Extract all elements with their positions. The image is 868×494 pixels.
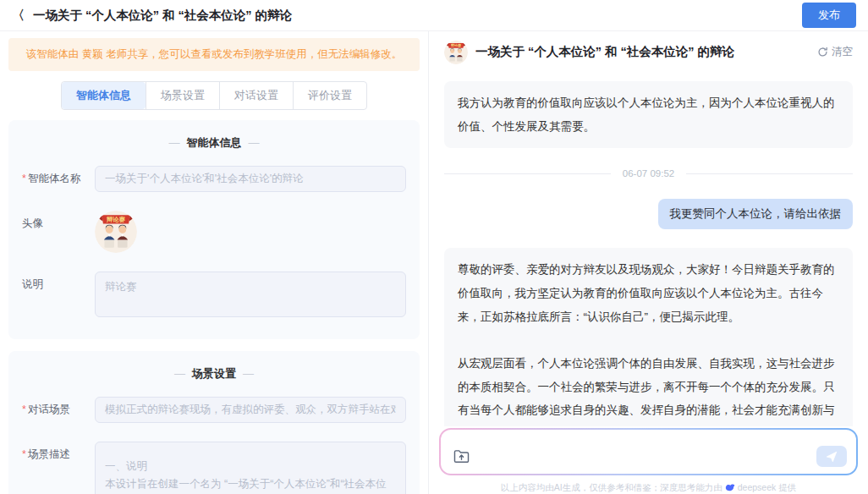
tab-evaluation-settings[interactable]: 评价设置 <box>293 82 366 109</box>
tab-agent-info[interactable]: 智能体信息 <box>62 82 146 109</box>
scene-description-label: *场景描述 <box>22 442 95 461</box>
agent-info-section: —智能体信息— *智能体名称 头像 说明 <box>8 120 420 339</box>
refresh-icon <box>817 47 828 58</box>
settings-tabs: 智能体信息 场景设置 对话设置 评价设置 <box>61 81 367 110</box>
user-message: 我更赞同个人本位论，请给出依据 <box>658 199 854 229</box>
scene-settings-section: —场景设置— *对话场景 *场景描述 一、说明 本设计旨在创建一个名为 “一场关… <box>8 351 420 494</box>
upload-file-icon[interactable] <box>453 449 470 467</box>
config-panel: 该智能体由 黄颖 老师共享，您可以查看或发布到教学班使用，但无法编辑修改。 智能… <box>0 31 429 494</box>
publish-button[interactable]: 发布 <box>802 3 856 28</box>
agent-info-section-title: —智能体信息— <box>22 135 406 151</box>
deepseek-logo-icon <box>725 483 735 493</box>
debate-avatar-icon <box>95 211 137 253</box>
chat-title: 一场关于 “个人本位论” 和 “社会本位论” 的辩论 <box>475 44 817 60</box>
tab-scene-settings[interactable]: 场景设置 <box>146 82 219 109</box>
assistant-message: 尊敬的评委、亲爱的对方辩友以及现场观众，大家好！今日辩题关乎教育的价值取向，我方… <box>444 248 853 426</box>
scene-settings-section-title: —场景设置— <box>22 366 406 381</box>
chat-message-list: 我方认为教育的价值取向应该以个人本位论为主，因为个人本位论重视人的价值、个性发展… <box>429 73 868 426</box>
chat-avatar <box>444 41 468 64</box>
clear-chat-button[interactable]: 清空 <box>817 45 853 59</box>
avatar-label: 头像 <box>22 211 95 230</box>
agent-name-label: *智能体名称 <box>22 166 95 185</box>
ai-disclaimer: 以上内容均由AI生成，仅供参考和借鉴；深度思考能力由 deepseek 提供 <box>439 482 858 494</box>
page-title: 一场关于 “个人本位论” 和 “社会本位论” 的辩论 <box>33 8 292 24</box>
assistant-message: 我方认为教育的价值取向应该以个人本位论为主，因为个人本位论重视人的价值、个性发展… <box>444 81 853 148</box>
shared-notice-banner: 该智能体由 黄颖 老师共享，您可以查看或发布到教学班使用，但无法编辑修改。 <box>8 38 420 71</box>
send-button[interactable] <box>816 446 847 467</box>
top-bar: 〈 一场关于 “个人本位论” 和 “社会本位论” 的辩论 发布 <box>0 0 868 31</box>
agent-avatar[interactable] <box>95 211 137 253</box>
description-label: 说明 <box>22 272 95 291</box>
scene-description-textarea[interactable]: 一、说明 本设计旨在创建一个名为 “一场关于“个人本位论”和“社会本位论”的辩论… <box>95 442 406 494</box>
time-divider: 06-07 09:52 <box>444 168 853 178</box>
send-icon <box>826 451 838 463</box>
tab-dialog-settings[interactable]: 对话设置 <box>219 82 293 109</box>
message-input[interactable] <box>439 428 858 475</box>
debate-avatar-icon <box>444 41 468 64</box>
dialog-scene-label: *对话场景 <box>22 397 95 416</box>
back-icon[interactable]: 〈 <box>12 8 25 24</box>
description-textarea[interactable]: 辩论赛 <box>95 272 406 317</box>
chat-input-area: 以上内容均由AI生成，仅供参考和借鉴；深度思考能力由 deepseek 提供 <box>429 426 868 494</box>
agent-name-input[interactable] <box>95 166 406 192</box>
chat-preview-panel: 一场关于 “个人本位论” 和 “社会本位论” 的辩论 清空 我方认为教育的价值取… <box>429 31 868 494</box>
dialog-scene-input[interactable] <box>95 397 406 423</box>
chat-header: 一场关于 “个人本位论” 和 “社会本位论” 的辩论 清空 <box>429 31 868 73</box>
